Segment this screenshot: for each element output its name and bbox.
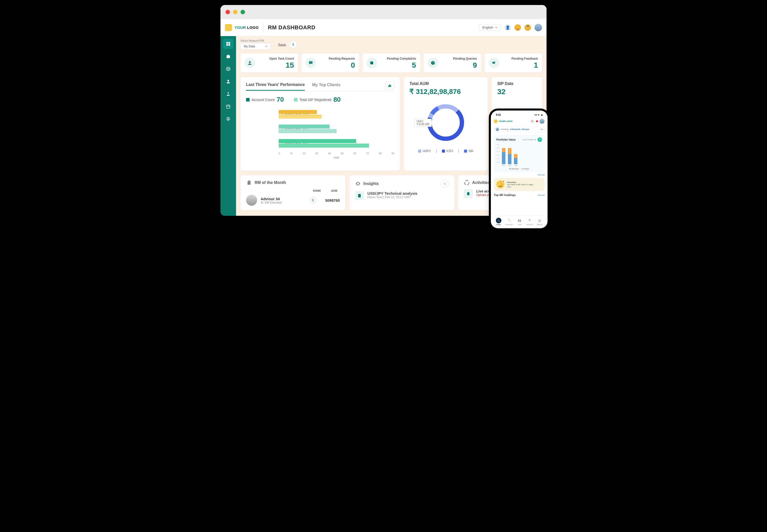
stat-pending-queries[interactable]: ? Pending Queries9 xyxy=(424,53,481,72)
award-icon[interactable]: 🏅 xyxy=(524,24,531,31)
gear-icon xyxy=(226,117,231,122)
donut-tooltip: HDFC ₹ 6149 438 xyxy=(414,119,432,127)
y-tick: .0 Cr xyxy=(496,161,500,163)
svg-point-1 xyxy=(228,68,229,70)
notification-card[interactable]: 🔔 Ashutosh You have a SIP due in 2 days … xyxy=(494,178,544,191)
phone-logo: YOUR LOGO xyxy=(494,120,512,123)
sidebar-item-settings[interactable] xyxy=(223,114,234,124)
filter-button[interactable] xyxy=(537,137,542,142)
rm-selector[interactable]: My Data xyxy=(241,43,271,50)
svg-rect-18 xyxy=(248,180,250,181)
feedback-icon xyxy=(489,58,499,68)
stat-pending-complaints[interactable]: Pending Complaints5 xyxy=(362,53,420,72)
x-tick: 20 xyxy=(303,152,306,155)
nav-label: Home xyxy=(497,224,501,225)
svg-point-19 xyxy=(443,183,444,184)
sidebar-item-user[interactable] xyxy=(223,76,234,87)
x-tick: 50 xyxy=(341,152,343,155)
bar-2020-series2 xyxy=(279,115,322,119)
share-button[interactable] xyxy=(441,180,449,188)
phone-logo-icon xyxy=(494,120,497,123)
sidebar-item-money[interactable] xyxy=(223,89,234,99)
svg-rect-24 xyxy=(467,192,469,195)
svg-rect-11 xyxy=(388,85,389,87)
aum-legend: HDFC | ICICI | SBI xyxy=(409,149,482,153)
svg-rect-13 xyxy=(390,85,391,87)
language-label: English xyxy=(482,26,493,29)
portfolio-value-card: Portfolio Value As on 23 Mar '23 .5 Cr .… xyxy=(494,135,544,172)
stat-label: Pending Feedback xyxy=(503,57,538,60)
viewing-label: Viewing xyxy=(501,128,508,131)
search-button[interactable] xyxy=(530,119,534,123)
sidebar-item-calendar[interactable] xyxy=(223,101,234,112)
stat-label: Open Task Count xyxy=(259,57,294,60)
stat-open-tasks[interactable]: Open Task Count15 xyxy=(241,53,298,72)
home-icon: ⌂ xyxy=(496,218,501,223)
chevron-down-icon xyxy=(495,26,498,29)
question-bubble-icon: ? xyxy=(306,58,316,68)
stat-pending-feedback[interactable]: Pending Feedback1 xyxy=(484,53,542,72)
nav-insurance[interactable]: ☂Insurance xyxy=(526,218,533,225)
performance-card: Last Three Years' Performance My Top Cli… xyxy=(241,77,400,171)
bell-icon: 🔔 xyxy=(496,180,504,188)
legend-swatch xyxy=(464,150,467,153)
insight-item[interactable]: USD/JPY Technical analysis Flavio Tosti … xyxy=(355,191,449,200)
rm-list-item[interactable]: Advisor 34 Sr. RM Executive 1 5098765 xyxy=(246,195,340,206)
svg-point-25 xyxy=(532,121,533,122)
view-all-link[interactable]: View all xyxy=(538,194,544,196)
viewing-avatar xyxy=(496,128,499,131)
viewing-value: Ashutosh, Shreya xyxy=(510,128,529,131)
profile-avatar[interactable] xyxy=(534,24,542,31)
x-tick: 70 xyxy=(366,152,369,155)
page-title: RM DASHBOARD xyxy=(268,24,315,31)
rank-label: Rank xyxy=(278,43,286,46)
sidebar-item-briefcase[interactable] xyxy=(223,51,234,62)
tab-performance[interactable]: Last Three Years' Performance xyxy=(246,82,305,91)
topmf-title: Top MF holdings xyxy=(494,193,516,196)
portfolio-mini-chart: .5 Cr .4 Cr .3 Cr .2 Cr .1 Cr .0 Cr '21 … xyxy=(496,144,542,166)
tab-top-clients[interactable]: My Top Clients xyxy=(312,83,341,90)
notif-name: Ashutosh xyxy=(507,181,533,183)
close-window-button[interactable] xyxy=(226,10,230,14)
aum-card: Total AUM ₹ 312,82,98,876 HDFC ₹ 6149 43… xyxy=(404,77,487,171)
stat-pending-requests[interactable]: ? Pending Requests0 xyxy=(302,53,359,72)
document-icon xyxy=(355,191,364,200)
user-admin-icon[interactable]: 👤 xyxy=(504,24,511,31)
notification-dot[interactable] xyxy=(536,120,538,122)
svg-text:?: ? xyxy=(432,61,434,64)
stats-row: Open Task Count15 ? Pending Requests0 Pe… xyxy=(241,53,542,72)
nav-home[interactable]: ⌂Home xyxy=(496,218,501,225)
sidebar-item-dashboard[interactable] xyxy=(223,39,234,49)
nav-loan[interactable]: ▮▮Loan xyxy=(517,218,522,225)
sidebar-item-target[interactable] xyxy=(223,64,234,74)
minimize-window-button[interactable] xyxy=(233,10,238,14)
bar-chart-icon xyxy=(388,83,392,87)
y-tick: .5 Cr xyxy=(496,144,500,145)
language-selector[interactable]: English xyxy=(479,24,501,31)
briefcase-icon xyxy=(226,54,231,59)
chart-toggle-button[interactable] xyxy=(385,81,394,89)
legend-label: HDFC xyxy=(423,149,431,153)
nav-reports[interactable]: ▤Reports xyxy=(537,218,542,225)
trophy-icon[interactable]: 🏆 xyxy=(514,24,521,31)
aum-donut-chart: HDFC ₹ 6149 438 xyxy=(409,101,482,144)
y-tick: .3 Cr xyxy=(496,151,500,152)
legend-label: Ashutosh xyxy=(511,168,519,170)
rm-name: Advisor 34 xyxy=(261,197,306,201)
stat-label: Pending Queries xyxy=(442,57,477,60)
nav-investment[interactable]: 〽Investment xyxy=(505,218,513,225)
phone-profile-avatar[interactable] xyxy=(539,119,544,124)
view-all-link[interactable]: View all xyxy=(494,174,544,176)
help-icon: ? xyxy=(428,58,438,68)
notif-view-link[interactable]: View xyxy=(507,186,533,188)
maximize-window-button[interactable] xyxy=(241,10,245,14)
clipboard-icon xyxy=(464,189,473,198)
svg-point-0 xyxy=(227,67,230,71)
viewing-selector[interactable]: Viewing Ashutosh, Shreya xyxy=(494,126,544,132)
rm-of-month-card: RM of the Month RANK AUM Advisor 34 Sr. … xyxy=(241,175,345,210)
pv-title: Portfolio Value xyxy=(496,138,516,141)
phone-bottom-nav: ⌂Home 〽Investment ▮▮Loan ☂Insurance ▤Rep… xyxy=(494,216,544,226)
y-tick: .4 Cr xyxy=(496,147,500,149)
x-tick: 10 xyxy=(290,152,293,155)
performance-bar-chart: Calendar Year 2020 Calendar Year 2021 xyxy=(246,109,394,166)
